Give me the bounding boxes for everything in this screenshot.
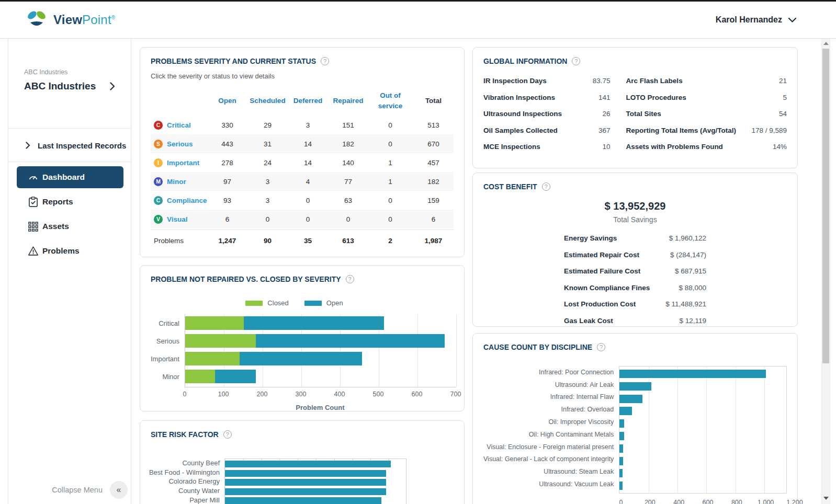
severity-name: Serious xyxy=(167,140,193,148)
severity-label-serious[interactable]: SSerious xyxy=(151,140,207,148)
severity-label-visual[interactable]: VVisual xyxy=(151,215,207,224)
sidebar-item-dashboard[interactable]: Dashboard xyxy=(17,166,123,188)
gridline xyxy=(417,314,418,387)
sidebar-item-assets[interactable]: Assets xyxy=(17,215,123,237)
severity-badge: V xyxy=(154,215,163,224)
severity-value: 330 xyxy=(207,121,247,129)
page-scrollbar[interactable] xyxy=(821,39,830,504)
help-icon[interactable]: ? xyxy=(597,343,605,351)
collapse-menu-button[interactable]: « xyxy=(110,481,128,499)
help-icon[interactable]: ? xyxy=(572,57,580,65)
metric-value: 10 xyxy=(603,143,611,151)
bar-best-food---wilmington xyxy=(225,470,386,477)
y-label: Ultrasound: Vacuum Leak xyxy=(483,478,619,490)
x-tick: 700 xyxy=(450,391,461,398)
help-icon[interactable]: ? xyxy=(542,182,550,191)
global-info-row: LOTO Procedures5 xyxy=(626,89,787,106)
severity-value: 4 xyxy=(288,178,328,186)
severity-value: 0 xyxy=(288,215,328,223)
collapse-menu[interactable]: Collapse Menu « xyxy=(52,481,128,499)
severity-value: 14 xyxy=(288,159,328,167)
y-label: Paper Mill xyxy=(151,495,224,504)
gridline xyxy=(736,366,736,493)
grid-icon xyxy=(27,221,39,232)
global-info-left-column: IR Inspection Days83.75Vibration Inspect… xyxy=(483,73,626,155)
severity-value: 140 xyxy=(328,159,368,167)
x-tick: 300 xyxy=(295,391,306,398)
metric-value: 26 xyxy=(603,110,611,118)
severity-label-minor[interactable]: MMinor xyxy=(151,177,207,186)
column-header-out-of-service[interactable]: Out of service xyxy=(368,90,412,112)
severity-row-serious: SSerious44331141820670 xyxy=(151,134,454,153)
bar-minor xyxy=(185,370,256,383)
severity-name: Critical xyxy=(167,121,191,129)
chart-y-labels: County BeefBest Food - WilmingtonColorad… xyxy=(151,459,224,504)
cost-benefit-row: Known Compliance Fines$ 88,000 xyxy=(564,280,706,296)
help-icon[interactable]: ? xyxy=(321,57,329,65)
cost-label: Lost Production Cost xyxy=(564,300,636,308)
severity-value: 14 xyxy=(288,140,328,148)
severity-row-critical: CCritical3302931510513 xyxy=(151,116,454,134)
chart-plot-area xyxy=(224,459,406,504)
sidebar-item-problems[interactable]: Problems xyxy=(17,240,123,262)
column-header-open[interactable]: Open xyxy=(207,96,247,106)
global-information-card: GLOBAL INFORMATION ? IR Inspection Days8… xyxy=(472,47,798,168)
chart-y-labels: Infrared: Poor ConnectionUltrasound: Air… xyxy=(483,366,619,494)
cost-label: Gas Leak Cost xyxy=(564,317,613,325)
y-label: Ultrasound: Steam Leak xyxy=(483,465,619,478)
cost-value: $ 1,960,122 xyxy=(669,234,706,242)
viewpoint-logo[interactable]: ViewPoint® xyxy=(25,8,115,31)
bar xyxy=(619,407,632,415)
company-label: ABC Industries xyxy=(24,68,67,76)
bar-segment-open xyxy=(215,370,256,383)
last-inspected-records[interactable]: Last Inspected Records xyxy=(8,136,131,155)
scrollbar-down-arrow[interactable] xyxy=(823,497,829,500)
cause-count-chart: Infrared: Poor ConnectionUltrasound: Air… xyxy=(483,366,787,494)
column-header-deferred[interactable]: Deferred xyxy=(288,96,328,106)
company-selector[interactable]: ABC Industries xyxy=(24,81,121,92)
help-icon[interactable]: ? xyxy=(346,275,354,283)
bar-segment-open xyxy=(256,334,445,348)
y-label: Infrared: Poor Connection xyxy=(483,366,619,379)
scrollbar-thumb[interactable] xyxy=(822,49,829,363)
card-title: CAUSE COUNT BY DISCIPLINE xyxy=(483,343,592,351)
column-header-repaired[interactable]: Repaired xyxy=(328,96,368,106)
gridline xyxy=(706,366,707,493)
column-header-scheduled[interactable]: Scheduled xyxy=(247,96,288,106)
severity-label-compliance[interactable]: CCompliance xyxy=(151,196,207,205)
site-risk-chart: County BeefBest Food - WilmingtonColorad… xyxy=(151,459,454,504)
severity-row-visual: VVisual600006 xyxy=(151,210,454,228)
metric-label: Total Sites xyxy=(626,110,661,118)
global-info-row: Arc Flash Labels21 xyxy=(626,73,787,89)
totals-label: Problems xyxy=(151,237,207,245)
card-subtitle: Click the severity or status to view det… xyxy=(151,72,454,80)
bar-county-beef xyxy=(225,461,391,467)
sidebar-item-reports[interactable]: Reports xyxy=(17,191,123,213)
y-label: County Water xyxy=(151,486,224,496)
cost-label: Estimated Failure Cost xyxy=(564,267,640,275)
severity-value: 29 xyxy=(247,121,288,129)
severity-value: 0 xyxy=(247,215,288,223)
global-info-row: IR Inspection Days83.75 xyxy=(483,73,611,89)
severity-value: 1 xyxy=(368,159,412,167)
sidebar: ABC Industries ABC Industries Last Inspe… xyxy=(8,39,131,504)
global-info-row: Oil Samples Collected367 xyxy=(483,122,611,139)
bar-paper-mill xyxy=(225,497,381,504)
bar-segment-closed xyxy=(185,370,215,383)
severity-label-critical[interactable]: CCritical xyxy=(151,121,207,130)
x-tick: 1,200 xyxy=(786,499,803,504)
chart-x-ticks: 0100200300400500600700 xyxy=(185,391,456,400)
user-name: Karol Hernandez xyxy=(716,15,782,25)
help-icon[interactable]: ? xyxy=(223,430,232,439)
y-label: Colorado Energy xyxy=(151,477,224,486)
metric-label: LOTO Procedures xyxy=(626,94,686,101)
divider xyxy=(8,128,131,129)
y-label: Infrared: Overload xyxy=(483,403,619,416)
chevron-right-icon[interactable] xyxy=(110,82,115,90)
user-menu[interactable]: Karol Hernandez xyxy=(716,15,796,25)
severity-value: 3 xyxy=(247,178,288,186)
x-tick: 400 xyxy=(673,499,684,504)
scrollbar-up-arrow[interactable] xyxy=(823,42,829,45)
not-repaired-vs-closed-card: PROBLEM NOT REPAIRED VS. CLOSED BY SEVER… xyxy=(140,265,465,411)
severity-label-important[interactable]: IImportant xyxy=(151,158,207,167)
